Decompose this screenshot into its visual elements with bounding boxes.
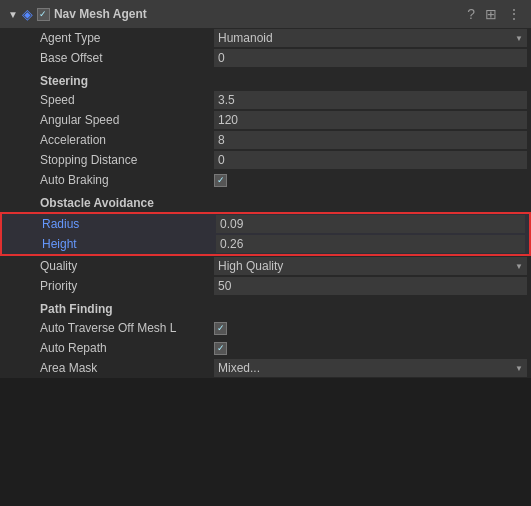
quality-dropdown[interactable]: High Quality ▼ <box>214 257 527 275</box>
base-offset-row: Base Offset <box>0 48 531 68</box>
area-mask-dropdown[interactable]: Mixed... ▼ <box>214 359 527 377</box>
help-button[interactable]: ? <box>465 4 477 24</box>
path-finding-header: Path Finding <box>0 296 531 318</box>
stopping-distance-row: Stopping Distance <box>0 150 531 170</box>
height-value <box>212 235 529 253</box>
priority-label: Priority <box>0 279 210 293</box>
area-mask-row: Area Mask Mixed... ▼ <box>0 358 531 378</box>
height-row: Height <box>2 234 529 254</box>
stopping-distance-value <box>210 151 531 169</box>
auto-traverse-value: ✓ <box>210 322 531 335</box>
height-input[interactable] <box>216 235 525 253</box>
radius-row: Radius <box>2 214 529 234</box>
quality-label: Quality <box>0 259 210 273</box>
auto-traverse-checkbox[interactable]: ✓ <box>214 322 227 335</box>
agent-type-row: Agent Type Humanoid ▼ <box>0 28 531 48</box>
priority-input[interactable] <box>214 277 527 295</box>
speed-input[interactable] <box>214 91 527 109</box>
height-label: Height <box>2 237 212 251</box>
agent-type-label: Agent Type <box>0 31 210 45</box>
angular-speed-input[interactable] <box>214 111 527 129</box>
auto-repath-checkbox[interactable]: ✓ <box>214 342 227 355</box>
priority-value <box>210 277 531 295</box>
acceleration-input[interactable] <box>214 131 527 149</box>
obstacle-avoidance-header: Obstacle Avoidance <box>0 190 531 212</box>
component-icon: ◈ <box>22 6 33 22</box>
menu-button[interactable]: ⋮ <box>505 4 523 24</box>
header-actions: ? ⊞ ⋮ <box>465 4 523 24</box>
auto-repath-value: ✓ <box>210 342 531 355</box>
enable-checkbox[interactable]: ✓ <box>37 8 50 21</box>
highlighted-fields-group: Radius Height <box>0 212 531 256</box>
panel-title: Nav Mesh Agent <box>54 7 461 21</box>
radius-value <box>212 215 529 233</box>
chevron-down-icon: ▼ <box>515 364 523 373</box>
radius-label: Radius <box>2 217 212 231</box>
auto-traverse-label: Auto Traverse Off Mesh L <box>0 321 210 335</box>
angular-speed-row: Angular Speed <box>0 110 531 130</box>
chevron-down-icon: ▼ <box>515 262 523 271</box>
auto-braking-value: ✓ <box>210 174 531 187</box>
area-mask-text: Mixed... <box>218 361 260 375</box>
agent-type-dropdown[interactable]: Humanoid ▼ <box>214 29 527 47</box>
priority-row: Priority <box>0 276 531 296</box>
steering-section-header: Steering <box>0 68 531 90</box>
area-mask-label: Area Mask <box>0 361 210 375</box>
chevron-down-icon: ▼ <box>515 34 523 43</box>
expand-icon[interactable]: ▼ <box>8 9 18 20</box>
base-offset-input[interactable] <box>214 49 527 67</box>
speed-row: Speed <box>0 90 531 110</box>
agent-type-text: Humanoid <box>218 31 273 45</box>
layout-button[interactable]: ⊞ <box>483 4 499 24</box>
quality-row: Quality High Quality ▼ <box>0 256 531 276</box>
acceleration-value <box>210 131 531 149</box>
speed-value <box>210 91 531 109</box>
base-offset-value <box>210 49 531 67</box>
auto-repath-label: Auto Repath <box>0 341 210 355</box>
radius-input[interactable] <box>216 215 525 233</box>
auto-braking-row: Auto Braking ✓ <box>0 170 531 190</box>
nav-mesh-agent-panel: ▼ ◈ ✓ Nav Mesh Agent ? ⊞ ⋮ Agent Type Hu… <box>0 0 531 378</box>
base-offset-label: Base Offset <box>0 51 210 65</box>
area-mask-value: Mixed... ▼ <box>210 359 531 377</box>
header-icons: ▼ ◈ ✓ <box>8 6 50 22</box>
auto-braking-label: Auto Braking <box>0 173 210 187</box>
auto-traverse-row: Auto Traverse Off Mesh L ✓ <box>0 318 531 338</box>
quality-text: High Quality <box>218 259 283 273</box>
stopping-distance-label: Stopping Distance <box>0 153 210 167</box>
panel-content: Agent Type Humanoid ▼ Base Offset Steeri… <box>0 28 531 378</box>
panel-header: ▼ ◈ ✓ Nav Mesh Agent ? ⊞ ⋮ <box>0 0 531 28</box>
agent-type-value: Humanoid ▼ <box>210 29 531 47</box>
stopping-distance-input[interactable] <box>214 151 527 169</box>
speed-label: Speed <box>0 93 210 107</box>
quality-value: High Quality ▼ <box>210 257 531 275</box>
auto-braking-checkbox[interactable]: ✓ <box>214 174 227 187</box>
acceleration-label: Acceleration <box>0 133 210 147</box>
auto-repath-row: Auto Repath ✓ <box>0 338 531 358</box>
angular-speed-value <box>210 111 531 129</box>
angular-speed-label: Angular Speed <box>0 113 210 127</box>
acceleration-row: Acceleration <box>0 130 531 150</box>
